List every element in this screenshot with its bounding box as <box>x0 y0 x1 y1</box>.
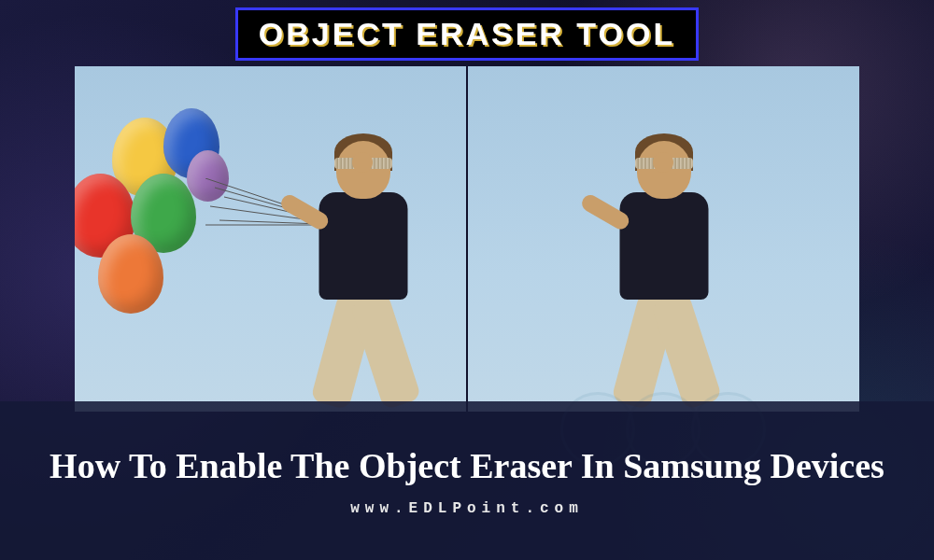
balloon-orange <box>98 234 163 314</box>
bottom-overlay: How To Enable The Object Eraser In Samsu… <box>0 401 934 560</box>
child-body <box>319 192 408 300</box>
child-figure-after <box>580 113 748 412</box>
title-banner: OBJECT ERASER TOOL <box>235 7 699 61</box>
child-legs <box>617 295 711 412</box>
balloon-purple <box>187 150 229 202</box>
child-figure-before <box>279 113 447 412</box>
main-container: OBJECT ERASER TOOL <box>0 0 934 560</box>
child-hand <box>352 152 373 173</box>
child-body <box>619 192 708 300</box>
website-url: www.EDLPoint.com <box>350 500 584 517</box>
article-title: How To Enable The Object Eraser In Samsu… <box>50 444 884 489</box>
banner-title-text: OBJECT ERASER TOOL <box>259 16 675 52</box>
balloon-cluster <box>75 104 243 290</box>
before-after-comparison <box>75 66 859 412</box>
after-image-panel <box>468 66 859 412</box>
child-legs <box>317 295 410 412</box>
child-hand <box>653 152 673 173</box>
before-image-panel <box>75 66 466 412</box>
